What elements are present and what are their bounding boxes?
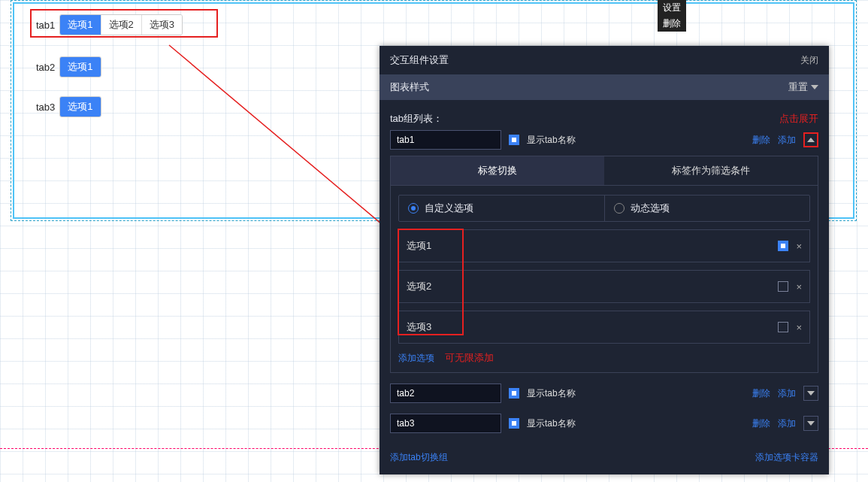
- option-3-default-checkbox[interactable]: [778, 322, 788, 332]
- tabgroup-1-showname-label: 显示tab名称: [527, 134, 576, 147]
- tabgroup-3-showname-label: 显示tab名称: [527, 417, 576, 430]
- radio-custom[interactable]: 自定义选项: [399, 196, 604, 221]
- reset-label: 重置: [788, 80, 808, 94]
- tabgroup-3-delete[interactable]: 删除: [752, 417, 770, 430]
- chevron-down-icon: [807, 391, 815, 396]
- panel-style-row[interactable]: 图表样式 重置: [380, 74, 829, 100]
- tabgroup-2-showname-label: 显示tab名称: [527, 387, 576, 400]
- tabgroup-3-name-input[interactable]: [390, 414, 501, 433]
- chevron-up-icon: [807, 138, 815, 142]
- preview-tab2-option-1[interactable]: 选项1: [60, 57, 100, 77]
- add-tab-container-link[interactable]: 添加选项卡容器: [755, 451, 818, 464]
- radio-dynamic[interactable]: 动态选项: [604, 196, 810, 221]
- panel-close[interactable]: 关闭: [800, 54, 818, 67]
- preview-tab1-label: tab1: [36, 20, 55, 31]
- context-menu: 设置 删除: [658, 0, 686, 32]
- chevron-down-icon: [811, 85, 818, 89]
- panel-title: 交互组件设置: [390, 53, 449, 67]
- tabgroup-1-name-input[interactable]: [390, 130, 501, 150]
- panel-style-reset[interactable]: 重置: [788, 80, 818, 94]
- preview-tab3-option-1[interactable]: 选项1: [60, 97, 100, 117]
- preview-tab2: tab2 选项1: [36, 56, 101, 77]
- option-2-default-checkbox[interactable]: [778, 281, 788, 292]
- panel-body: tab组列表： 点击展开 显示tab名称 删除 添加 标签切换 标签作为筛选条件…: [380, 100, 829, 444]
- chevron-down-icon: [807, 421, 815, 426]
- radio-custom-label: 自定义选项: [425, 202, 473, 215]
- tab-list-title-row: tab组列表： 点击展开: [390, 112, 818, 126]
- radio-dynamic-label: 动态选项: [631, 202, 670, 215]
- add-option-row: 添加选项 可无限添加: [398, 351, 810, 365]
- tab-list-label: tab组列表：: [390, 112, 443, 126]
- tabgroup-3-showname-checkbox[interactable]: [509, 418, 519, 429]
- seg-tab-filter[interactable]: 标签作为筛选条件: [604, 156, 818, 185]
- settings-panel: 交互组件设置 关闭 图表样式 重置 tab组列表： 点击展开 显示tab名称 删…: [380, 46, 829, 474]
- preview-tab1-option-2[interactable]: 选项2: [101, 15, 142, 35]
- tabgroup-1-add[interactable]: 添加: [778, 134, 796, 147]
- seg-tab-switch[interactable]: 标签切换: [391, 156, 604, 185]
- tabgroup-2-delete[interactable]: 删除: [752, 387, 770, 400]
- preview-tab1: tab1 选项1 选项2 选项3: [36, 14, 183, 35]
- option-3-remove[interactable]: ×: [796, 322, 802, 333]
- tabgroup-row-3: 显示tab名称 删除 添加: [390, 414, 818, 433]
- preview-tab3: tab3 选项1: [36, 96, 101, 117]
- tabgroup-2-expand-toggle[interactable]: [803, 386, 818, 401]
- tabgroup-row-1: 显示tab名称 删除 添加: [390, 130, 818, 150]
- context-menu-delete[interactable]: 删除: [658, 16, 686, 32]
- panel-style-label: 图表样式: [390, 80, 429, 94]
- tabgroup-2-add[interactable]: 添加: [778, 387, 796, 400]
- tabgroup-1-expand-toggle[interactable]: [803, 132, 818, 147]
- option-list: 选项1 × 选项2 × 选项3: [398, 229, 810, 344]
- preview-tab1-options: 选项1 选项2 选项3: [59, 14, 183, 35]
- option-1-default-checkbox[interactable]: [778, 241, 788, 251]
- option-row-3[interactable]: 选项3 ×: [398, 311, 810, 344]
- preview-tab1-option-1[interactable]: 选项1: [60, 15, 101, 35]
- preview-tab2-options: 选项1: [59, 56, 101, 77]
- option-source-radio: 自定义选项 动态选项: [398, 195, 810, 222]
- tabgroup-3-expand-toggle[interactable]: [803, 416, 818, 431]
- seg-tabs: 标签切换 标签作为筛选条件: [391, 156, 818, 186]
- preview-tab3-label: tab3: [36, 102, 55, 113]
- panel-header: 交互组件设置 关闭: [380, 46, 829, 74]
- option-row-2[interactable]: 选项2 ×: [398, 270, 810, 303]
- option-3-label: 选项3: [399, 311, 453, 343]
- option-2-remove[interactable]: ×: [796, 281, 802, 293]
- add-option-link[interactable]: 添加选项: [398, 352, 434, 365]
- preview-tab1-option-3[interactable]: 选项3: [142, 15, 182, 35]
- panel-footer: 添加tab切换组 添加选项卡容器: [380, 444, 829, 474]
- tabgroup-1-delete[interactable]: 删除: [752, 134, 770, 147]
- tabgroup-1-showname-checkbox[interactable]: [509, 135, 519, 145]
- tabgroup-2-name-input[interactable]: [390, 383, 501, 403]
- radio-on-icon: [408, 203, 419, 214]
- context-menu-settings[interactable]: 设置: [658, 0, 686, 16]
- preview-tab3-options: 选项1: [59, 96, 101, 117]
- tabgroup-2-showname-checkbox[interactable]: [509, 388, 519, 399]
- tabgroup-row-2: 显示tab名称 删除 添加: [390, 383, 818, 403]
- hint-click-expand: 点击展开: [779, 112, 818, 126]
- option-1-label: 选项1: [399, 230, 453, 262]
- hint-unlimited: 可无限添加: [445, 351, 494, 365]
- option-1-remove[interactable]: ×: [796, 241, 802, 252]
- tabgroup-3-add[interactable]: 添加: [778, 417, 796, 430]
- radio-off-icon: [614, 203, 625, 214]
- add-tab-group-link[interactable]: 添加tab切换组: [390, 451, 448, 464]
- option-2-label: 选项2: [399, 271, 453, 302]
- tabgroup-1-detail: 标签切换 标签作为筛选条件 自定义选项 动态选项 选项1 ×: [390, 156, 818, 373]
- preview-tab2-label: tab2: [36, 62, 55, 73]
- option-row-1[interactable]: 选项1 ×: [398, 229, 810, 262]
